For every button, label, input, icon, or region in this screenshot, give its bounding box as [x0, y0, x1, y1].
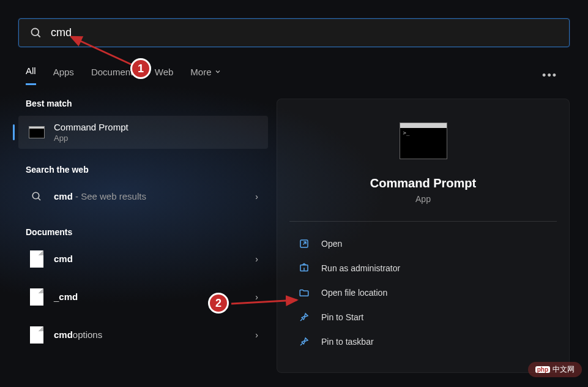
svg-line-6 [300, 319, 302, 321]
result-web-cmd[interactable]: cmd - See web results › [18, 182, 268, 211]
action-open[interactable]: Open [277, 231, 569, 256]
file-icon [28, 250, 45, 268]
watermark: php php 中文网 中文网 [528, 362, 582, 377]
tab-apps[interactable]: Apps [53, 67, 74, 85]
section-documents: Documents [18, 227, 268, 237]
chevron-right-icon: › [255, 292, 258, 302]
overflow-menu[interactable]: ••• [542, 69, 557, 82]
svg-line-7 [300, 344, 302, 345]
action-run-admin[interactable]: Run as administrator [277, 256, 569, 280]
section-best-match: Best match [18, 99, 268, 108]
svg-point-2 [32, 192, 39, 199]
preview-subtitle: App [277, 194, 569, 204]
chevron-right-icon: › [255, 192, 258, 201]
result-doc-underscore-cmd[interactable]: _cmd › [18, 282, 268, 312]
preview-title: Command Prompt [277, 176, 569, 190]
pin-icon [298, 336, 310, 348]
file-icon [28, 326, 45, 344]
action-label: Pin to Start [321, 312, 363, 322]
annotation-badge-1: 1 [130, 58, 151, 79]
tab-all[interactable]: All [26, 66, 36, 85]
search-icon [28, 188, 45, 205]
preview-panel: Command Prompt App Open Run as administr… [277, 99, 570, 373]
result-command-prompt[interactable]: Command Prompt App [18, 116, 268, 149]
action-label: Open [321, 239, 342, 249]
web-bold: cmd [54, 191, 73, 201]
result-title: Command Prompt [54, 122, 258, 132]
result-doc-cmd[interactable]: cmd › [18, 244, 268, 274]
result-doc-cmdoptions[interactable]: cmdoptions › [18, 320, 268, 350]
doc-label: cmd [54, 254, 73, 264]
pin-icon [298, 311, 310, 323]
file-icon [28, 288, 45, 306]
web-suffix: - See web results [73, 191, 146, 201]
tab-web[interactable]: Web [155, 67, 174, 85]
tab-more-label: More [190, 67, 211, 77]
shield-admin-icon [298, 262, 310, 274]
annotation-badge-2: 2 [208, 293, 229, 314]
action-pin-taskbar[interactable]: Pin to taskbar [277, 329, 569, 354]
folder-icon [298, 287, 310, 299]
section-search-web: Search the web [18, 165, 268, 175]
svg-line-1 [38, 34, 40, 37]
divider [289, 221, 557, 222]
terminal-icon [28, 124, 45, 141]
svg-line-3 [38, 198, 40, 200]
action-label: Pin to taskbar [321, 337, 374, 347]
chevron-right-icon: › [255, 254, 258, 264]
doc3-bold: cmd [54, 329, 73, 340]
open-external-icon [298, 238, 310, 250]
action-label: Open file location [321, 288, 387, 298]
action-label: Run as administrator [321, 263, 400, 273]
filter-tabs: All Apps Documents Web More ••• [18, 61, 570, 85]
action-open-location[interactable]: Open file location [277, 280, 569, 305]
action-pin-start[interactable]: Pin to Start [277, 305, 569, 329]
chevron-right-icon: › [255, 330, 258, 340]
preview-icon [277, 122, 569, 159]
doc2-bold: cmd [59, 291, 78, 302]
search-input[interactable] [51, 26, 558, 39]
search-box[interactable] [18, 18, 570, 47]
doc3-suf: options [73, 329, 102, 340]
search-icon [30, 27, 42, 39]
tab-more[interactable]: More [190, 67, 221, 85]
svg-point-0 [32, 28, 39, 36]
result-subtitle: App [54, 133, 258, 143]
chevron-down-icon [214, 68, 221, 75]
